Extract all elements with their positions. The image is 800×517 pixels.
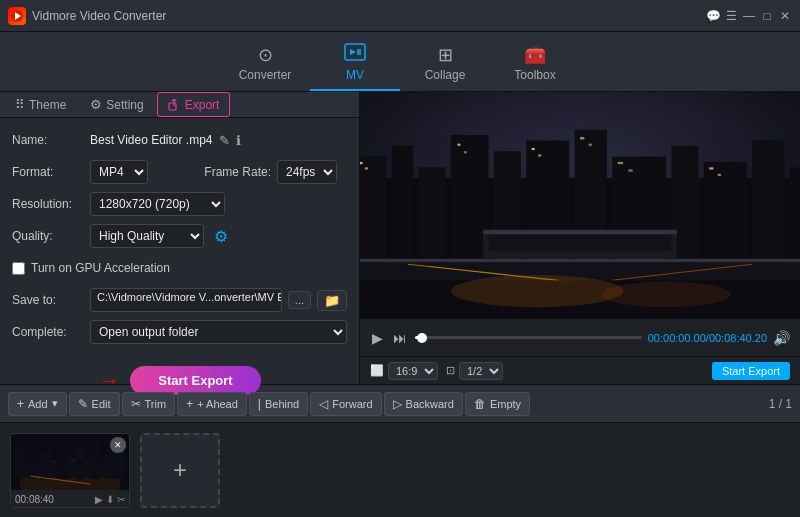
empty-label: Empty <box>490 398 521 410</box>
trash-icon: 🗑 <box>474 397 486 411</box>
complete-row: Complete: Open output folder Do nothing … <box>12 320 347 344</box>
backward-button[interactable]: ▷ Backward <box>384 392 463 416</box>
start-export-small-button[interactable]: Start Export <box>712 362 790 380</box>
gpu-checkbox[interactable] <box>12 262 25 275</box>
svg-rect-38 <box>718 174 721 176</box>
framerate-label: Frame Rate: <box>204 165 271 179</box>
resolution-row: Resolution: 1280x720 (720p) 1920x1080 (1… <box>12 192 347 216</box>
backward-label: Backward <box>406 398 454 410</box>
minimize-btn[interactable]: — <box>742 9 756 23</box>
window-controls[interactable]: 💬 ☰ — □ ✕ <box>706 9 792 23</box>
name-row: Name: Best Video Editor .mp4 ✎ ℹ <box>12 128 347 152</box>
svg-rect-5 <box>169 103 176 110</box>
svg-rect-34 <box>589 144 592 146</box>
title-bar: Vidmore Video Converter 💬 ☰ — □ ✕ <box>0 0 800 32</box>
gpu-row: Turn on GPU Acceleration <box>12 256 347 280</box>
app-title: Vidmore Video Converter <box>32 9 166 23</box>
top-nav: ⊙ Converter MV ⊞ Collage 🧰 Toolbox <box>0 32 800 92</box>
complete-select[interactable]: Open output folder Do nothing Shut down <box>90 320 347 344</box>
format-row: Format: MP4 AVI MOV MKV Frame Rate: 24fp… <box>12 160 347 184</box>
ratio-select[interactable]: 16:9 4:3 1:1 <box>388 362 438 380</box>
name-label: Name: <box>12 133 84 147</box>
tab-toolbox[interactable]: 🧰 Toolbox <box>490 36 580 91</box>
clip-close-btn[interactable]: ✕ <box>110 437 126 453</box>
arrow-right-icon: → <box>98 368 120 394</box>
clip-bar: 00:08:40 ▶ ⬇ ✂ <box>11 490 129 508</box>
export-tab[interactable]: Export <box>157 92 231 117</box>
svg-rect-40 <box>483 230 677 234</box>
city-scene-svg <box>360 92 800 318</box>
clip-icons: ▶ ⬇ ✂ <box>95 494 125 505</box>
quality-select[interactable]: High Quality Medium Quality Low Quality <box>90 224 204 248</box>
framerate-select[interactable]: 24fps 30fps 60fps <box>277 160 337 184</box>
volume-icon[interactable]: 🔊 <box>773 330 790 346</box>
ahead-icon: + <box>186 397 193 411</box>
add-label: Add <box>28 398 48 410</box>
quality-gear-icon[interactable]: ⚙ <box>214 227 228 246</box>
saveto-label: Save to: <box>12 293 84 307</box>
behind-label: Behind <box>265 398 299 410</box>
forward-label: Forward <box>332 398 372 410</box>
add-clip-button[interactable]: + <box>140 433 220 508</box>
scale-group: ⊡ 1/2 1/1 1/4 <box>446 362 503 380</box>
ahead-button[interactable]: + + Ahead <box>177 392 247 416</box>
tab-toolbox-label: Toolbox <box>514 68 555 82</box>
svg-rect-28 <box>365 167 368 169</box>
theme-tab[interactable]: ⠿ Theme <box>4 92 77 117</box>
svg-rect-49 <box>15 449 25 479</box>
info-icon[interactable]: ℹ <box>236 133 241 148</box>
svg-rect-53 <box>75 446 85 479</box>
time-display: 00:00:00.00/00:08:40.20 <box>648 332 767 344</box>
ahead-label: + Ahead <box>197 398 238 410</box>
main-layout: ⠿ Theme ⚙ Setting Export <box>0 92 800 384</box>
skip-button[interactable]: ⏭ <box>391 328 409 348</box>
play-clip-icon: ▶ <box>95 494 103 505</box>
gpu-label[interactable]: Turn on GPU Acceleration <box>31 261 170 275</box>
player-controls2: ⬜ 16:9 4:3 1:1 ⊡ 1/2 1/1 1/4 Start Expor… <box>360 356 800 384</box>
tab-mv[interactable]: MV <box>310 36 400 91</box>
add-dropdown-icon: ▾ <box>52 397 58 410</box>
setting-label: Setting <box>106 98 143 112</box>
gear-icon: ⚙ <box>90 97 102 112</box>
setting-tab[interactable]: ⚙ Setting <box>79 92 154 117</box>
svg-point-44 <box>602 281 731 307</box>
tab-collage[interactable]: ⊞ Collage <box>400 36 490 91</box>
maximize-btn[interactable]: □ <box>760 9 774 23</box>
behind-button[interactable]: | Behind <box>249 392 308 416</box>
edit-icon[interactable]: ✎ <box>219 133 230 148</box>
clip-duration: 00:08:40 <box>15 494 54 505</box>
ratio-group: ⬜ 16:9 4:3 1:1 <box>370 362 438 380</box>
folder-btn[interactable]: 📁 <box>317 290 347 311</box>
svg-rect-52 <box>56 442 71 479</box>
video-background <box>360 92 800 318</box>
add-button[interactable]: + Add ▾ <box>8 392 67 416</box>
download-clip-icon: ⬇ <box>106 494 114 505</box>
browse-dots-btn[interactable]: ... <box>288 291 311 309</box>
tab-converter-label: Converter <box>239 68 292 82</box>
export-form: Name: Best Video Editor .mp4 ✎ ℹ Format:… <box>0 118 359 354</box>
clip-thumbnail: ✕ <box>11 434 129 490</box>
video-preview <box>360 92 800 318</box>
resolution-label: Resolution: <box>12 197 84 211</box>
close-btn[interactable]: ✕ <box>778 9 792 23</box>
svg-rect-51 <box>40 452 52 479</box>
menu-btn[interactable]: ☰ <box>724 9 738 23</box>
chat-icon-btn[interactable]: 💬 <box>706 9 720 23</box>
mv-icon <box>344 43 366 66</box>
empty-button[interactable]: 🗑 Empty <box>465 392 530 416</box>
edit-button[interactable]: ✎ Edit <box>69 392 120 416</box>
forward-button[interactable]: ◁ Forward <box>310 392 381 416</box>
trim-button[interactable]: ✂ Trim <box>122 392 176 416</box>
save-path-display: C:\Vidmore\Vidmore V...onverter\MV Expor… <box>90 288 282 312</box>
progress-bar[interactable] <box>415 336 642 339</box>
converter-icon: ⊙ <box>258 44 273 66</box>
tab-converter[interactable]: ⊙ Converter <box>220 36 310 91</box>
start-export-button[interactable]: Start Export <box>130 366 260 395</box>
scale-select[interactable]: 1/2 1/1 1/4 <box>459 362 503 380</box>
svg-rect-55 <box>105 449 125 479</box>
play-button[interactable]: ▶ <box>370 328 385 348</box>
format-select[interactable]: MP4 AVI MOV MKV <box>90 160 148 184</box>
resolution-select[interactable]: 1280x720 (720p) 1920x1080 (1080p) 640x48… <box>90 192 225 216</box>
saveto-row: Save to: C:\Vidmore\Vidmore V...onverter… <box>12 288 347 312</box>
collage-icon: ⊞ <box>438 44 453 66</box>
